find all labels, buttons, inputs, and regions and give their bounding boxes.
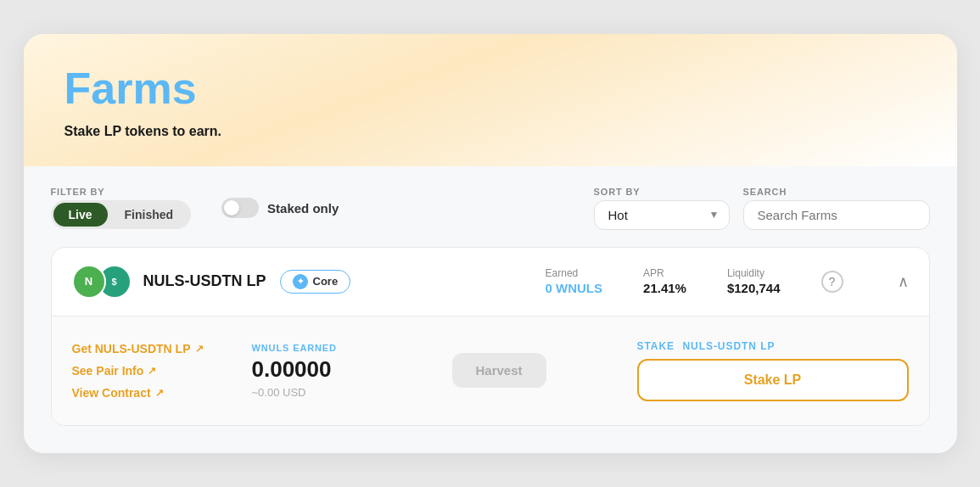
stake-label: STAKE NULS-USDTN LP xyxy=(637,340,909,352)
external-link-icon-2: ↗ xyxy=(148,365,156,377)
external-link-icon-3: ↗ xyxy=(155,387,164,399)
content-area: FILTER BY Live Finished Staked only SORT… xyxy=(24,166,957,453)
sort-select[interactable]: Hot APR Earned Liquidity Latest xyxy=(594,200,730,230)
farm-header-row: N $ NULS-USDTN LP ✦ Core Earned 0 WNULS xyxy=(52,248,929,316)
staked-only-group: Staked only xyxy=(221,198,339,218)
farm-card: N $ NULS-USDTN LP ✦ Core Earned 0 WNULS xyxy=(51,247,930,426)
farm-name: NULS-USDTN LP xyxy=(143,272,266,290)
core-badge-label: Core xyxy=(313,275,339,288)
wnuls-earned-label: WNULS EARNED xyxy=(252,343,405,353)
tab-live[interactable]: Live xyxy=(53,203,108,227)
page-title: Farms xyxy=(64,64,916,113)
sort-search-group: SORT BY Hot APR Earned Liquidity Latest … xyxy=(594,187,930,230)
header: Farms Stake LP tokens to earn. xyxy=(24,34,957,165)
apr-label: APR xyxy=(643,267,686,279)
filter-by-group: FILTER BY Live Finished xyxy=(51,187,192,229)
sort-wrapper: Hot APR Earned Liquidity Latest ▼ xyxy=(594,200,730,230)
sort-group: SORT BY Hot APR Earned Liquidity Latest … xyxy=(594,187,730,230)
page-subtitle: Stake LP tokens to earn. xyxy=(64,124,916,139)
staked-only-toggle[interactable] xyxy=(221,198,259,218)
earned-section: WNULS EARNED 0.00000 ~0.00 USD xyxy=(252,343,405,399)
see-pair-link[interactable]: See Pair Info ↗ xyxy=(72,364,225,378)
harvest-button[interactable]: Harvest xyxy=(452,353,546,388)
core-badge: ✦ Core xyxy=(280,270,351,294)
apr-value: 21.41% xyxy=(643,281,686,295)
staked-only-label: Staked only xyxy=(267,201,339,216)
nuls-icon: N xyxy=(72,265,106,299)
earned-label: Earned xyxy=(546,267,603,279)
search-label: SEARCH xyxy=(743,187,930,197)
earned-value: 0 WNULS xyxy=(546,281,603,295)
search-input[interactable] xyxy=(743,200,930,230)
earned-amount: 0.00000 xyxy=(252,356,405,383)
search-group: SEARCH xyxy=(743,187,930,230)
liquidity-stat: Liquidity $120,744 xyxy=(727,267,781,295)
stake-section: STAKE NULS-USDTN LP Stake LP xyxy=(637,340,909,401)
sort-label: SORT BY xyxy=(594,187,730,197)
help-icon[interactable]: ? xyxy=(821,271,843,293)
apr-stat: APR 21.41% xyxy=(643,267,686,295)
core-icon: ✦ xyxy=(293,274,308,289)
tab-group: Live Finished xyxy=(51,200,192,229)
filter-label: FILTER BY xyxy=(51,187,192,197)
detail-links: Get NULS-USDTN LP ↗ See Pair Info ↗ View… xyxy=(72,342,225,400)
farm-icons: N $ xyxy=(72,265,132,299)
filter-bar: FILTER BY Live Finished Staked only SORT… xyxy=(51,187,930,230)
main-card: Farms Stake LP tokens to earn. FILTER BY… xyxy=(24,34,957,452)
view-contract-link[interactable]: View Contract ↗ xyxy=(72,386,225,400)
earned-stat: Earned 0 WNULS xyxy=(546,267,603,295)
get-lp-link[interactable]: Get NULS-USDTN LP ↗ xyxy=(72,342,225,355)
external-link-icon: ↗ xyxy=(195,343,204,355)
farm-stats: Earned 0 WNULS APR 21.41% Liquidity $120… xyxy=(546,267,909,295)
farm-detail-row: Get NULS-USDTN LP ↗ See Pair Info ↗ View… xyxy=(52,316,929,425)
stake-lp-button[interactable]: Stake LP xyxy=(637,359,909,401)
liquidity-value: $120,744 xyxy=(727,281,781,295)
liquidity-label: Liquidity xyxy=(727,267,781,279)
earned-usd: ~0.00 USD xyxy=(252,386,405,399)
toggle-knob xyxy=(224,200,239,216)
tab-finished[interactable]: Finished xyxy=(109,203,189,227)
chevron-up-icon[interactable]: ∧ xyxy=(898,272,909,291)
